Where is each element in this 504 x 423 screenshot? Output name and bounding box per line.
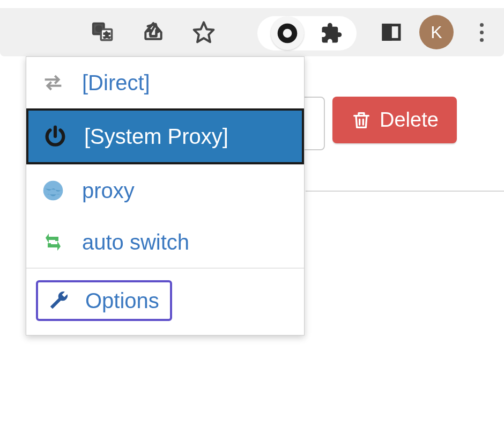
- menu-item-system-proxy[interactable]: [System Proxy]: [26, 108, 304, 164]
- share-icon[interactable]: [142, 20, 165, 44]
- menu-label: [System Proxy]: [84, 125, 228, 149]
- svg-text:G: G: [96, 25, 101, 33]
- toolbar-icon-group: G 文: [91, 20, 216, 44]
- delete-label: Delete: [380, 108, 439, 132]
- extension-pill: [257, 16, 357, 50]
- extensions-icon[interactable]: [320, 21, 343, 45]
- svg-marker-4: [194, 23, 214, 42]
- translate-icon[interactable]: G 文: [91, 20, 115, 44]
- toolbar-right: K: [380, 8, 493, 56]
- delete-button[interactable]: Delete: [332, 97, 457, 143]
- sidepanel-icon[interactable]: [380, 20, 403, 44]
- svg-point-6: [283, 29, 292, 38]
- retweet-icon: [40, 229, 66, 255]
- avatar-letter: K: [431, 23, 442, 42]
- more-menu-icon[interactable]: [470, 20, 493, 44]
- menu-label: Options: [85, 289, 159, 313]
- svg-rect-8: [383, 25, 390, 40]
- wrench-icon: [46, 288, 71, 313]
- power-icon: [42, 123, 68, 149]
- menu-label: auto switch: [82, 230, 189, 254]
- menu-item-auto-switch[interactable]: auto switch: [26, 216, 304, 268]
- menu-item-direct[interactable]: [Direct]: [26, 57, 304, 108]
- svg-text:文: 文: [104, 32, 110, 38]
- page-divider: [306, 191, 504, 192]
- star-icon[interactable]: [192, 20, 216, 44]
- globe-icon: [40, 178, 66, 203]
- options-highlight-box: Options: [36, 280, 172, 321]
- profile-avatar[interactable]: K: [419, 15, 454, 49]
- menu-item-options[interactable]: Options: [26, 268, 304, 335]
- menu-label: [Direct]: [82, 71, 150, 95]
- proxy-dropdown-menu: [Direct] [System Proxy] proxy: [26, 56, 305, 336]
- direct-icon: [40, 70, 66, 96]
- menu-label: proxy: [82, 179, 135, 203]
- menu-item-proxy[interactable]: proxy: [26, 165, 304, 216]
- switchyomega-icon[interactable]: [271, 17, 304, 50]
